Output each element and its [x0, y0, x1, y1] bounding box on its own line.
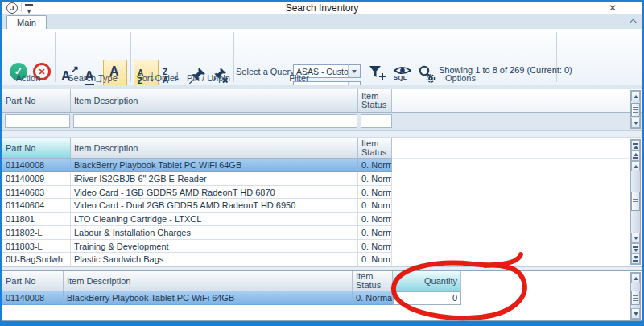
cell-item-status: 0. Normal — [358, 199, 392, 213]
results-grid: Part No Item Description Item Status 011… — [2, 138, 642, 266]
title-bar: J ▾ Search Inventory ✕ — [2, 2, 642, 14]
scroll-down-button[interactable] — [631, 233, 640, 243]
selection-grid: Part No Item Description Item Status Qua… — [2, 270, 642, 321]
cell-item-description: Video Card - 1GB GDDR5 AMD RadeonT HD 68… — [71, 186, 358, 200]
results-grid-scrollbar[interactable] — [630, 139, 641, 265]
scroll-down-button[interactable] — [631, 118, 640, 128]
column-header-item-description[interactable]: Item Description — [71, 89, 358, 113]
table-row[interactable]: 01140009 iRiver IS2GBJB 6" 2GB E-Reader … — [2, 172, 642, 186]
cell-item-description: iRiver IS2GBJB 6" 2GB E-Reader — [71, 172, 358, 186]
group-label-filter: Filter — [233, 73, 365, 84]
cell-item-description: LTO Cleaning Cartridge - LTXCL — [71, 213, 358, 226]
tab-main[interactable]: Main — [6, 15, 47, 30]
scroll-to-bottom-button[interactable] — [631, 254, 640, 264]
column-header-quantity[interactable]: Quantity — [393, 271, 461, 291]
header-filler — [392, 89, 642, 113]
group-label-pin-unpin: Pin / Unpin — [184, 73, 233, 84]
ribbon-tab-row: Main — [2, 14, 642, 30]
cell-part-no: 01140009 — [2, 172, 71, 186]
cell-part-no: 01140603 — [2, 186, 71, 200]
cell-part-no: 0U-BagSndwh — [2, 253, 71, 266]
table-row[interactable]: 011802-L Labour & Installation Charges 0… — [2, 226, 642, 240]
table-row-selected[interactable]: 01140008 BlackBerry Playbook Tablet PC W… — [2, 159, 642, 172]
search-grid-scrollbar[interactable] — [630, 90, 641, 129]
column-header-item-status[interactable]: Item Status — [358, 138, 392, 159]
cell-item-status: 0. Normal — [358, 240, 392, 254]
header-filler — [392, 138, 642, 159]
table-row[interactable]: 011801 LTO Cleaning Cartridge - LTXCL 0.… — [2, 213, 642, 226]
scrollbar-thumb[interactable] — [631, 103, 640, 117]
cell-part-no: 01140008 — [2, 159, 71, 172]
column-header-item-status[interactable]: Item Status — [358, 89, 392, 113]
cell-item-status: 0. Normal — [358, 159, 392, 172]
group-label-action: Action — [2, 73, 55, 84]
filter-input-item-description[interactable] — [73, 114, 357, 128]
cell-item-status: 0. Normal — [358, 172, 392, 186]
quantity-input[interactable]: 0 — [393, 291, 461, 305]
cell-item-status: 0. Normal — [358, 226, 392, 240]
column-header-item-description[interactable]: Item Description — [71, 138, 358, 159]
scroll-to-top-button[interactable] — [631, 140, 640, 151]
column-header-part-no[interactable]: Part No — [2, 138, 71, 159]
scrollbar-thumb[interactable] — [631, 192, 640, 211]
cell-item-status: 0. Normal — [353, 291, 393, 305]
cell-item-description: BlackBerry Playbook Tablet PC WiFi 64GB — [64, 291, 353, 305]
scrollbar-thumb[interactable] — [631, 291, 640, 305]
group-label-search-type: Search Type — [55, 73, 130, 84]
cell-item-description: Plastic Sandwich Bags — [71, 253, 358, 266]
cell-item-description: BlackBerry Playbook Tablet PC WiFi 64GB — [71, 159, 358, 172]
scroll-down-button[interactable] — [631, 308, 640, 319]
header-filler — [461, 271, 642, 291]
selection-grid-scrollbar[interactable] — [630, 272, 641, 320]
scroll-up-button[interactable] — [631, 161, 640, 171]
ribbon: ✓ ✕ A ↗ A → A ↔ AZ ↓ ZA ↓ — [2, 29, 642, 85]
cell-item-description: Video Card - Dual 2GB GDDR5 AMD RadeonT … — [71, 199, 358, 213]
cell-part-no: 011803-L — [2, 240, 71, 254]
cell-item-description: Labour & Installation Charges — [71, 226, 358, 240]
cell-item-description: Training & Development — [71, 240, 358, 254]
cell-item-status: 0. Normal — [358, 253, 392, 266]
window-title: Search Inventory — [2, 2, 642, 14]
group-label-options: Options — [365, 73, 556, 84]
grid-splitter[interactable] — [2, 130, 642, 138]
column-header-item-status[interactable]: Item Status — [353, 271, 393, 291]
cell-part-no: 011802-L — [2, 226, 71, 240]
ribbon-collapse-icon[interactable] — [630, 19, 638, 27]
table-row[interactable]: 011803-L Training & Development 0. Norma… — [2, 240, 642, 254]
scroll-page-up-button[interactable] — [631, 151, 640, 161]
scroll-up-button[interactable] — [631, 273, 640, 283]
cell-part-no: 01140008 — [2, 291, 64, 305]
column-header-part-no[interactable]: Part No — [2, 89, 71, 113]
scroll-up-button[interactable] — [631, 91, 640, 101]
filter-input-part-no[interactable] — [5, 114, 70, 128]
column-header-item-description[interactable]: Item Description — [64, 271, 353, 291]
selection-row[interactable]: 01140008 BlackBerry Playbook Tablet PC W… — [2, 291, 642, 305]
group-label-sort-order: Sort Order — [130, 73, 184, 84]
close-button[interactable]: ✕ — [605, 2, 620, 14]
cell-item-status: 0. Normal — [358, 186, 392, 200]
table-row[interactable]: 0U-BagSndwh Plastic Sandwich Bags 0. Nor… — [2, 253, 642, 266]
table-row[interactable]: 01140603 Video Card - 1GB GDDR5 AMD Rade… — [2, 186, 642, 200]
scroll-page-down-button[interactable] — [631, 243, 640, 254]
search-filter-row — [2, 113, 642, 130]
cell-part-no: 01140604 — [2, 199, 71, 213]
column-header-part-no[interactable]: Part No — [2, 271, 64, 291]
cell-item-status: 0. Normal — [358, 213, 392, 226]
search-grid: Part No Item Description Item Status — [2, 89, 642, 130]
window: J ▾ Search Inventory ✕ Main ✓ ✕ A ↗ A → … — [2, 2, 642, 321]
cell-part-no: 011801 — [2, 213, 71, 226]
filter-input-item-status[interactable] — [361, 114, 392, 128]
table-row[interactable]: 01140604 Video Card - Dual 2GB GDDR5 AMD… — [2, 199, 642, 213]
